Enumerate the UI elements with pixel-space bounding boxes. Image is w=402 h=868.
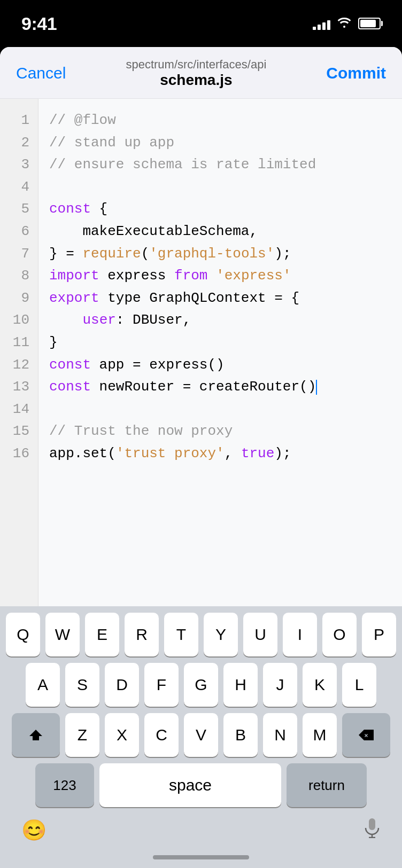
code-area[interactable]: 12345678910111213141516 // @flow// stand… (0, 99, 402, 606)
code-token-normal: app.set( (49, 443, 116, 465)
code-line: app.set('trust proxy', true); (49, 443, 391, 465)
line-number: 4 (17, 176, 38, 199)
keyboard-row-3: Z X C V B N M (0, 707, 402, 757)
code-token-normal: { (91, 198, 107, 221)
code-token-keyword: import (49, 265, 99, 287)
line-number: 14 (9, 398, 38, 421)
key-i[interactable]: I (283, 613, 317, 656)
code-line: // ensure schema is rate limited (49, 154, 391, 176)
key-q[interactable]: Q (6, 613, 40, 656)
code-token-keyword: true (241, 443, 274, 465)
key-w[interactable]: W (45, 613, 80, 656)
key-f[interactable]: F (144, 663, 179, 707)
key-a[interactable]: A (26, 663, 60, 707)
key-r[interactable]: R (125, 613, 159, 656)
key-t[interactable]: T (164, 613, 198, 656)
nav-bar: Cancel spectrum/src/interfaces/api schem… (0, 47, 402, 99)
emoji-button[interactable]: 😊 (21, 818, 47, 842)
main-content: Cancel spectrum/src/interfaces/api schem… (0, 47, 402, 868)
code-token-string: require (82, 243, 141, 265)
code-editor: 12345678910111213141516 // @flow// stand… (0, 99, 402, 606)
key-k[interactable]: K (303, 663, 337, 707)
line-number: 13 (9, 376, 38, 398)
line-number: 10 (9, 309, 38, 332)
numbers-key[interactable]: 123 (35, 763, 94, 807)
key-v[interactable]: V (184, 713, 218, 757)
line-numbers: 12345678910111213141516 (0, 99, 38, 606)
line-number: 16 (9, 443, 38, 465)
return-key[interactable]: return (287, 763, 367, 807)
line-number: 2 (17, 132, 38, 154)
code-token-normal: express (99, 265, 174, 287)
svg-marker-0 (29, 730, 42, 740)
code-token-normal: : DBUser, (116, 309, 191, 332)
key-b[interactable]: B (223, 713, 258, 757)
key-z[interactable]: Z (65, 713, 99, 757)
key-y[interactable]: Y (204, 613, 238, 656)
line-number: 15 (9, 420, 38, 443)
code-line: const { (49, 198, 391, 221)
status-bar: 9:41 (0, 0, 402, 47)
line-number: 8 (17, 265, 38, 287)
key-o[interactable]: O (322, 613, 357, 656)
commit-button[interactable]: Commit (326, 64, 386, 82)
line-number: 1 (17, 110, 38, 132)
code-token-string: 'trust proxy' (116, 443, 225, 465)
keyboard-row-1: Q W E R T Y U I O P (0, 606, 402, 656)
code-content[interactable]: // @flow// stand up app// ensure schema … (38, 99, 402, 606)
code-token-keyword: export (49, 287, 99, 310)
key-c[interactable]: C (144, 713, 179, 757)
key-d[interactable]: D (105, 663, 139, 707)
key-m[interactable]: M (303, 713, 337, 757)
code-token-property: user (82, 309, 115, 332)
code-token-normal (207, 265, 216, 287)
backspace-key[interactable] (342, 713, 390, 757)
mic-button[interactable] (364, 818, 381, 842)
code-token-normal: ); (274, 243, 291, 265)
key-n[interactable]: N (263, 713, 297, 757)
status-icons (313, 16, 381, 31)
line-number: 11 (9, 332, 38, 354)
line-number: 6 (17, 221, 38, 243)
line-number: 5 (17, 198, 38, 221)
key-l[interactable]: L (342, 663, 376, 707)
key-s[interactable]: S (65, 663, 99, 707)
line-number: 7 (17, 243, 38, 265)
code-token-normal: makeExecutableSchema, (49, 221, 258, 243)
code-token-keyword: const (49, 376, 91, 398)
key-e[interactable]: E (85, 613, 119, 656)
code-token-normal: app = express() (91, 354, 225, 377)
code-line: import express from 'express' (49, 265, 391, 287)
code-token-comment: // Trust the now proxy (49, 420, 233, 443)
key-h[interactable]: H (223, 663, 258, 707)
key-u[interactable]: U (243, 613, 277, 656)
code-line: const app = express() (49, 354, 391, 377)
code-token-string: 'graphql-tools' (149, 243, 274, 265)
battery-icon (358, 18, 381, 29)
nav-filename: schema.js (126, 72, 266, 89)
keyboard: Q W E R T Y U I O P A S D F G H J K L (0, 606, 402, 868)
code-line (49, 176, 391, 199)
keyboard-row-4: 123 space return (0, 757, 402, 807)
status-time: 9:41 (21, 13, 57, 34)
code-token-comment: // stand up app (49, 132, 174, 154)
code-line: user: DBUser, (49, 309, 391, 332)
code-token-normal: newRouter = createRouter() (91, 376, 316, 398)
code-line: makeExecutableSchema, (49, 221, 391, 243)
key-g[interactable]: G (184, 663, 218, 707)
code-line: // stand up app (49, 132, 391, 154)
code-line: // Trust the now proxy (49, 420, 391, 443)
cancel-button[interactable]: Cancel (16, 64, 66, 82)
code-line (49, 398, 391, 421)
space-key[interactable]: space (99, 763, 281, 807)
key-x[interactable]: X (105, 713, 139, 757)
code-token-normal: , (225, 443, 241, 465)
key-p[interactable]: P (362, 613, 396, 656)
code-line: const newRouter = createRouter() (49, 376, 391, 398)
key-j[interactable]: J (263, 663, 297, 707)
keyboard-row-2: A S D F G H J K L (0, 656, 402, 707)
bottom-bar: 😊 (0, 807, 402, 855)
code-token-normal (49, 309, 82, 332)
wifi-icon (337, 16, 352, 31)
shift-key[interactable] (12, 713, 60, 757)
